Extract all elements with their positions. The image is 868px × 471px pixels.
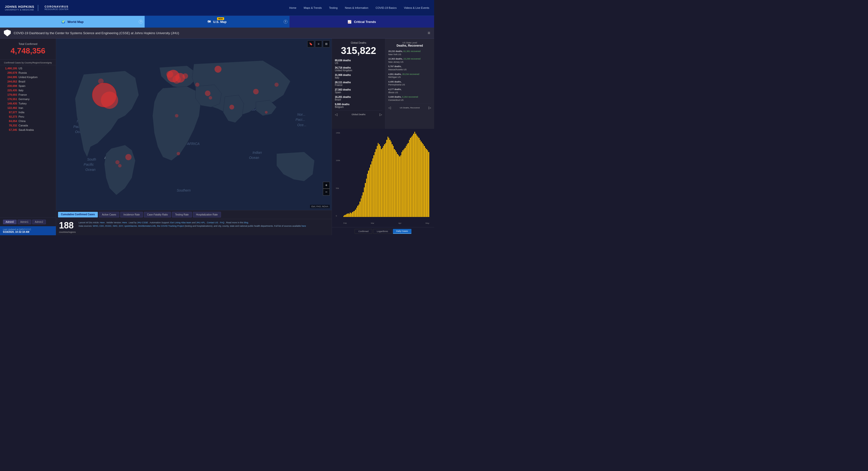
country-item[interactable]: 244,995United Kingdom bbox=[3, 75, 53, 79]
country-name: Brazil bbox=[19, 80, 25, 83]
us-next-btn[interactable]: ▷ bbox=[429, 106, 431, 110]
header-logo: JOHNS HOPKINS UNIVERSITY & MEDICINE CORO… bbox=[5, 5, 68, 11]
chart-bar bbox=[402, 150, 403, 217]
1p3a-link[interactable]: 1point3acres bbox=[124, 225, 137, 227]
tab-us-map[interactable]: NEW 🗺 U.S. Map ? bbox=[145, 16, 289, 28]
covid-tracking-link[interactable]: the COVID Tracking Project bbox=[157, 225, 184, 227]
nav-news[interactable]: News & Information bbox=[345, 6, 368, 9]
menu-icon[interactable]: ≡ bbox=[428, 30, 430, 36]
deaths-next-btn[interactable]: ▷ bbox=[379, 113, 382, 116]
jhu-apl-link[interactable]: JHU APL bbox=[196, 222, 205, 224]
lancet-link[interactable]: Here bbox=[100, 222, 105, 224]
cdc-link[interactable]: CDC bbox=[99, 225, 104, 227]
chart-bar bbox=[352, 212, 353, 217]
country-item[interactable]: 149,435Turkey bbox=[3, 101, 53, 106]
deaths-prev-btn[interactable]: ◁ bbox=[335, 113, 338, 116]
faq-link[interactable]: FAQ bbox=[220, 222, 224, 224]
country-item[interactable]: 290,678Russia bbox=[3, 70, 53, 75]
chart-bar bbox=[359, 205, 359, 217]
mobile-link[interactable]: Here bbox=[122, 222, 127, 224]
chart-bar bbox=[368, 171, 369, 217]
chart-bar bbox=[397, 154, 398, 217]
zoom-in-btn[interactable]: + bbox=[323, 182, 330, 189]
grid-btn[interactable]: ⊞ bbox=[323, 40, 330, 47]
svg-text:Oce...: Oce... bbox=[297, 123, 307, 127]
nav-maps[interactable]: Maps & Trends bbox=[304, 6, 322, 9]
esri-link[interactable]: Esri Living Atlas team bbox=[170, 222, 191, 224]
map-tab-incidence-rate[interactable]: Incidence Rate bbox=[120, 212, 143, 217]
country-item[interactable]: 97,577India bbox=[3, 110, 53, 114]
admin-tab-admin1[interactable]: Admin1 bbox=[18, 219, 31, 224]
country-item[interactable]: 179,693France bbox=[3, 92, 53, 97]
sources-here-link[interactable]: here bbox=[302, 225, 306, 227]
ecdc-link[interactable]: ECDC bbox=[105, 225, 112, 227]
chart-bar bbox=[428, 152, 429, 217]
info-text-end: (testing and hospitalizations), and city… bbox=[185, 225, 302, 227]
nav-home[interactable]: Home bbox=[289, 6, 296, 9]
chart-tab-confirmed[interactable]: Confirmed bbox=[354, 229, 372, 234]
worldometers-link[interactable]: Worldometers.info bbox=[138, 225, 156, 227]
country-item[interactable]: 122,492Iran bbox=[3, 106, 53, 110]
chart-bar bbox=[413, 134, 414, 217]
map-tab-case-fatality-ratio[interactable]: Case-Fatality Ratio bbox=[144, 212, 171, 217]
chart-tab-logarithmic[interactable]: Logarithmic bbox=[373, 229, 392, 234]
country-name: US bbox=[19, 67, 22, 70]
country-item[interactable]: 78,332Canada bbox=[3, 123, 53, 128]
country-item[interactable]: 57,345Saudi Arabia bbox=[3, 128, 53, 132]
country-count: 78,332 bbox=[3, 124, 17, 127]
nav-testing[interactable]: Testing bbox=[329, 6, 338, 9]
blog-link[interactable]: blog bbox=[244, 222, 248, 224]
title-bar: COVID-19 Dashboard by the Center for Sys… bbox=[0, 28, 434, 38]
nhc-link[interactable]: NHC bbox=[113, 225, 118, 227]
list-btn[interactable]: ≡ bbox=[315, 40, 322, 47]
us-prev-btn[interactable]: ◁ bbox=[388, 106, 391, 110]
zoom-out-btn[interactable]: − bbox=[323, 189, 330, 196]
country-name: Peru bbox=[19, 115, 24, 118]
chart-bar bbox=[384, 144, 385, 217]
country-item[interactable]: 84,054China bbox=[3, 119, 53, 123]
tab-world-map[interactable]: 🌍 World Map ? bbox=[0, 16, 145, 28]
chart-bar bbox=[425, 148, 426, 217]
contact-link[interactable]: Contact US bbox=[207, 222, 218, 224]
logo-right-main: CORONAVIRUS bbox=[44, 5, 68, 8]
chart-bar bbox=[401, 152, 402, 217]
map-tab-testing-rate[interactable]: Testing Rate bbox=[172, 212, 192, 217]
chart-bar bbox=[381, 149, 382, 217]
chart-tab-daily[interactable]: Daily Cases bbox=[393, 229, 411, 234]
death-item: 28,111 deathsFrance bbox=[335, 81, 382, 86]
tab-help-us[interactable]: ? bbox=[284, 20, 287, 24]
country-count: 225,435 bbox=[3, 89, 17, 92]
nav-videos[interactable]: Videos & Live Events bbox=[404, 6, 429, 9]
chart-bar bbox=[347, 214, 347, 217]
who-link[interactable]: WHO bbox=[93, 225, 98, 227]
country-count: 57,345 bbox=[3, 128, 17, 131]
admin-tab-admin0[interactable]: Admin0 bbox=[3, 219, 17, 224]
map-tab-hospitalization-rate[interactable]: Hospitalization Rate bbox=[193, 212, 221, 217]
chart-bar bbox=[398, 155, 399, 217]
chart-bar bbox=[414, 132, 415, 217]
tab-help-world[interactable]: ? bbox=[139, 20, 143, 24]
country-item[interactable]: 1,490,195US bbox=[3, 66, 53, 70]
map-tab-active-cases[interactable]: Active Cases bbox=[99, 212, 119, 217]
chart-y-label: 50k bbox=[336, 187, 340, 189]
chart-bar bbox=[393, 146, 394, 217]
dxy-link[interactable]: DXY bbox=[119, 225, 123, 227]
us-state-title: US State Level bbox=[388, 41, 431, 44]
country-item[interactable]: 230,698Spain bbox=[3, 84, 53, 88]
main-layout: Total Confirmed 4,748,356 Confirmed Case… bbox=[0, 38, 434, 235]
country-item[interactable]: 92,273Peru bbox=[3, 114, 53, 119]
chart-bar bbox=[416, 136, 417, 217]
us-state-item: 4,177 deaths, Illinois US bbox=[388, 88, 431, 94]
nav-basics[interactable]: COVID-19 Basics bbox=[376, 6, 397, 9]
country-item[interactable]: 244,052Brazil bbox=[3, 79, 53, 84]
admin-tab-admin2[interactable]: Admin2 bbox=[32, 219, 46, 224]
country-item[interactable]: 176,551Germany bbox=[3, 97, 53, 101]
bookmark-btn[interactable]: 🔖 bbox=[307, 40, 314, 47]
map-container[interactable]: North Pacific Ocean North Atlantic Ocean… bbox=[56, 38, 332, 210]
chart-bar bbox=[364, 187, 365, 217]
tab-critical-trends[interactable]: 📈 Critical Trends bbox=[289, 16, 434, 28]
map-tab-cumulative-confirmed-cases[interactable]: Cumulative Confirmed Cases bbox=[58, 212, 98, 217]
country-count: 97,577 bbox=[3, 111, 17, 114]
jhu-link[interactable]: JHU CSSE bbox=[137, 222, 148, 224]
country-item[interactable]: 225,435Italy bbox=[3, 88, 53, 92]
